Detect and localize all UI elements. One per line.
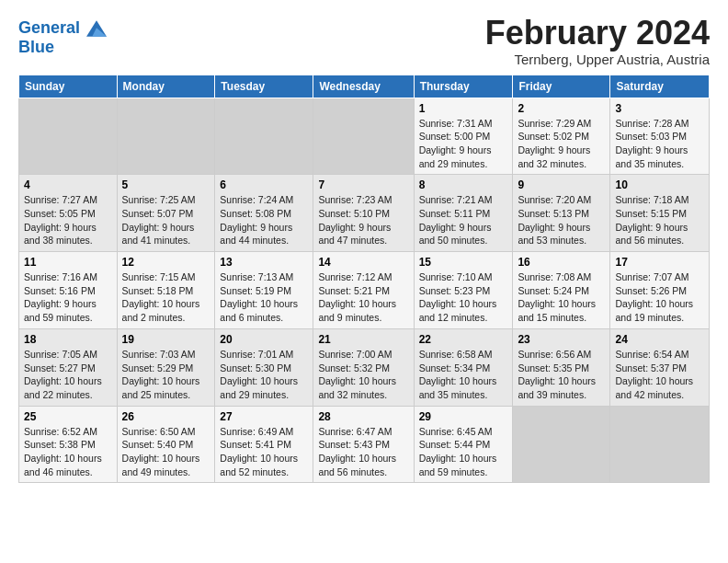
week-row-2: 4Sunrise: 7:27 AM Sunset: 5:05 PM Daylig… — [19, 175, 710, 252]
day-cell — [513, 406, 610, 483]
day-cell: 18Sunrise: 7:05 AM Sunset: 5:27 PM Dayli… — [19, 328, 118, 406]
day-cell: 3Sunrise: 7:28 AM Sunset: 5:03 PM Daylig… — [610, 98, 710, 175]
week-row-3: 11Sunrise: 7:16 AM Sunset: 5:16 PM Dayli… — [19, 252, 710, 329]
col-header-sunday: Sunday — [19, 75, 118, 98]
day-cell: 28Sunrise: 6:47 AM Sunset: 5:43 PM Dayli… — [313, 406, 414, 483]
day-cell: 6Sunrise: 7:24 AM Sunset: 5:08 PM Daylig… — [215, 175, 313, 252]
col-header-saturday: Saturday — [610, 75, 710, 98]
logo: General Blue — [18, 18, 107, 57]
day-number: 29 — [419, 410, 508, 423]
day-number: 11 — [24, 256, 112, 269]
col-header-thursday: Thursday — [414, 75, 513, 98]
day-number: 19 — [122, 333, 210, 346]
day-info: Sunrise: 7:01 AM Sunset: 5:30 PM Dayligh… — [220, 348, 308, 402]
day-cell: 14Sunrise: 7:12 AM Sunset: 5:21 PM Dayli… — [313, 252, 414, 329]
day-cell: 7Sunrise: 7:23 AM Sunset: 5:10 PM Daylig… — [313, 175, 414, 252]
day-number: 21 — [318, 333, 408, 346]
day-info: Sunrise: 7:03 AM Sunset: 5:29 PM Dayligh… — [122, 348, 210, 402]
day-info: Sunrise: 7:15 AM Sunset: 5:18 PM Dayligh… — [122, 270, 210, 325]
day-cell: 20Sunrise: 7:01 AM Sunset: 5:30 PM Dayli… — [215, 328, 313, 406]
day-number: 7 — [318, 178, 408, 191]
week-row-5: 25Sunrise: 6:52 AM Sunset: 5:38 PM Dayli… — [19, 406, 710, 483]
day-number: 16 — [518, 256, 605, 269]
day-number: 5 — [122, 178, 210, 191]
day-cell — [117, 98, 215, 175]
day-cell: 2Sunrise: 7:29 AM Sunset: 5:02 PM Daylig… — [513, 98, 610, 175]
calendar-header: SundayMondayTuesdayWednesdayThursdayFrid… — [19, 75, 710, 98]
day-cell: 10Sunrise: 7:18 AM Sunset: 5:15 PM Dayli… — [610, 175, 710, 252]
logo-text: General — [18, 18, 107, 39]
day-info: Sunrise: 7:27 AM Sunset: 5:05 PM Dayligh… — [24, 193, 112, 247]
day-info: Sunrise: 7:25 AM Sunset: 5:07 PM Dayligh… — [122, 193, 210, 247]
day-number: 13 — [220, 256, 308, 269]
day-cell: 4Sunrise: 7:27 AM Sunset: 5:05 PM Daylig… — [19, 175, 118, 252]
day-info: Sunrise: 7:05 AM Sunset: 5:27 PM Dayligh… — [24, 348, 112, 402]
day-number: 20 — [220, 333, 308, 346]
day-info: Sunrise: 7:18 AM Sunset: 5:15 PM Dayligh… — [615, 193, 704, 247]
week-row-4: 18Sunrise: 7:05 AM Sunset: 5:27 PM Dayli… — [19, 328, 710, 406]
day-number: 26 — [122, 410, 210, 423]
col-header-monday: Monday — [117, 75, 215, 98]
day-info: Sunrise: 6:45 AM Sunset: 5:44 PM Dayligh… — [419, 425, 508, 479]
day-info: Sunrise: 6:58 AM Sunset: 5:34 PM Dayligh… — [419, 348, 508, 402]
day-cell: 25Sunrise: 6:52 AM Sunset: 5:38 PM Dayli… — [19, 406, 118, 483]
day-info: Sunrise: 7:12 AM Sunset: 5:21 PM Dayligh… — [318, 270, 408, 325]
day-cell: 5Sunrise: 7:25 AM Sunset: 5:07 PM Daylig… — [117, 175, 215, 252]
day-cell: 9Sunrise: 7:20 AM Sunset: 5:13 PM Daylig… — [513, 175, 610, 252]
day-info: Sunrise: 6:54 AM Sunset: 5:37 PM Dayligh… — [615, 348, 704, 402]
logo-blue: Blue — [18, 39, 107, 57]
day-info: Sunrise: 7:23 AM Sunset: 5:10 PM Dayligh… — [318, 193, 408, 247]
day-number: 28 — [318, 410, 408, 423]
day-cell: 1Sunrise: 7:31 AM Sunset: 5:00 PM Daylig… — [414, 98, 513, 175]
page-header: General Blue February 2024 Ternberg, Upp… — [18, 15, 710, 67]
day-number: 1 — [419, 102, 508, 115]
logo-general: General — [18, 18, 80, 37]
header-row: SundayMondayTuesdayWednesdayThursdayFrid… — [19, 75, 710, 98]
day-number: 18 — [24, 333, 112, 346]
day-cell: 27Sunrise: 6:49 AM Sunset: 5:41 PM Dayli… — [215, 406, 313, 483]
day-cell: 24Sunrise: 6:54 AM Sunset: 5:37 PM Dayli… — [610, 328, 710, 406]
day-cell: 22Sunrise: 6:58 AM Sunset: 5:34 PM Dayli… — [414, 328, 513, 406]
day-number: 6 — [220, 178, 308, 191]
day-info: Sunrise: 6:52 AM Sunset: 5:38 PM Dayligh… — [24, 425, 112, 479]
day-cell: 13Sunrise: 7:13 AM Sunset: 5:19 PM Dayli… — [215, 252, 313, 329]
day-cell: 16Sunrise: 7:08 AM Sunset: 5:24 PM Dayli… — [513, 252, 610, 329]
day-cell: 19Sunrise: 7:03 AM Sunset: 5:29 PM Dayli… — [117, 328, 215, 406]
day-info: Sunrise: 6:47 AM Sunset: 5:43 PM Dayligh… — [318, 425, 408, 479]
day-number: 3 — [615, 102, 704, 115]
day-info: Sunrise: 6:49 AM Sunset: 5:41 PM Dayligh… — [220, 425, 308, 479]
day-number: 12 — [122, 256, 210, 269]
day-number: 2 — [518, 102, 605, 115]
day-number: 27 — [220, 410, 308, 423]
day-number: 25 — [24, 410, 112, 423]
day-cell: 26Sunrise: 6:50 AM Sunset: 5:40 PM Dayli… — [117, 406, 215, 483]
main-title: February 2024 — [485, 15, 710, 52]
day-cell — [313, 98, 414, 175]
day-cell — [215, 98, 313, 175]
day-info: Sunrise: 7:00 AM Sunset: 5:32 PM Dayligh… — [318, 348, 408, 402]
day-info: Sunrise: 7:20 AM Sunset: 5:13 PM Dayligh… — [518, 193, 605, 247]
day-number: 8 — [419, 178, 508, 191]
day-number: 24 — [615, 333, 704, 346]
day-info: Sunrise: 6:50 AM Sunset: 5:40 PM Dayligh… — [122, 425, 210, 479]
subtitle: Ternberg, Upper Austria, Austria — [485, 52, 710, 67]
day-number: 15 — [419, 256, 508, 269]
day-number: 10 — [615, 178, 704, 191]
day-cell: 21Sunrise: 7:00 AM Sunset: 5:32 PM Dayli… — [313, 328, 414, 406]
col-header-wednesday: Wednesday — [313, 75, 414, 98]
day-number: 4 — [24, 178, 112, 191]
day-info: Sunrise: 6:56 AM Sunset: 5:35 PM Dayligh… — [518, 348, 605, 402]
day-info: Sunrise: 7:08 AM Sunset: 5:24 PM Dayligh… — [518, 270, 605, 325]
day-cell — [610, 406, 710, 483]
day-cell: 11Sunrise: 7:16 AM Sunset: 5:16 PM Dayli… — [19, 252, 118, 329]
day-cell: 29Sunrise: 6:45 AM Sunset: 5:44 PM Dayli… — [414, 406, 513, 483]
day-info: Sunrise: 7:29 AM Sunset: 5:02 PM Dayligh… — [518, 117, 605, 171]
day-number: 23 — [518, 333, 605, 346]
logo-icon — [86, 18, 107, 39]
day-info: Sunrise: 7:31 AM Sunset: 5:00 PM Dayligh… — [419, 117, 508, 171]
day-info: Sunrise: 7:13 AM Sunset: 5:19 PM Dayligh… — [220, 270, 308, 325]
day-number: 9 — [518, 178, 605, 191]
day-info: Sunrise: 7:16 AM Sunset: 5:16 PM Dayligh… — [24, 270, 112, 325]
day-number: 14 — [318, 256, 408, 269]
week-row-1: 1Sunrise: 7:31 AM Sunset: 5:00 PM Daylig… — [19, 98, 710, 175]
